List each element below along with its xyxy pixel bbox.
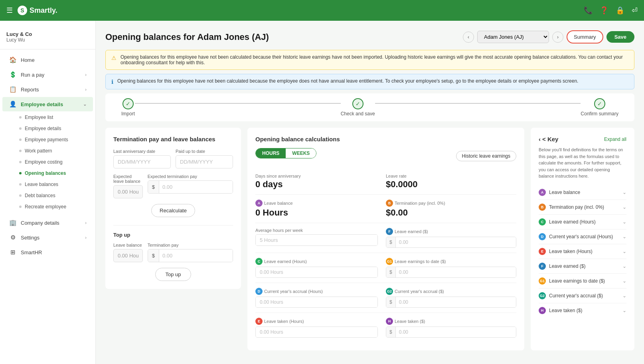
sidebar-item-company-details[interactable]: 🏢 Company details › xyxy=(2,216,93,230)
top-nav: ☰ S Smartly. 📞 ❓ 🔒 ⏎ xyxy=(0,0,644,21)
topup-button[interactable]: Top up xyxy=(155,268,191,281)
sidebar-item-employee-payments[interactable]: Employee payments xyxy=(14,134,95,145)
step-confirm-summary[interactable]: ✓ Confirm summary xyxy=(581,98,618,117)
sidebar-item-home[interactable]: 🏠 Home xyxy=(2,53,93,67)
prev-employee-button[interactable]: ‹ xyxy=(463,32,474,43)
last-anniversary-label: Last anniversary date xyxy=(113,149,171,154)
sidebar-item-recreate-employee[interactable]: Recreate employee xyxy=(14,201,95,212)
dollar-prefix: $ xyxy=(386,237,396,247)
calculations-panel: Opening balance calculations HOURS WEEKS… xyxy=(247,128,524,350)
key-item-c-label: Leave earned (Hours) xyxy=(549,219,596,225)
step-import[interactable]: ✓ Import xyxy=(121,98,135,117)
badge-d: D xyxy=(539,233,546,240)
save-button[interactable]: Save xyxy=(606,31,634,43)
chevron-down-icon[interactable]: ⌄ xyxy=(622,190,626,195)
key-item-a: A Leave balance ⌄ xyxy=(539,185,626,200)
chevron-down-icon[interactable]: ⌄ xyxy=(622,293,626,299)
phone-icon[interactable]: 📞 xyxy=(584,6,593,15)
sidebar-item-opening-balances[interactable]: Opening balances xyxy=(14,168,95,179)
left-panel: Termination pay and leave balances Last … xyxy=(105,128,241,350)
current-year-accrual-dollars-input xyxy=(396,297,516,307)
leave-earned-hours-field xyxy=(255,267,378,278)
sidebar-item-employee-details[interactable]: 👤 Employee details ⌄ xyxy=(2,97,93,111)
historic-leave-earnings-button[interactable]: Historic leave earnings xyxy=(456,151,516,161)
dot-icon xyxy=(19,138,22,141)
leave-taken-hours-cell: E Leave taken (Hours) xyxy=(255,313,386,342)
sidebar-item-employee-costing[interactable]: Employee costing xyxy=(14,156,95,168)
logout-icon[interactable]: ⏎ xyxy=(632,6,638,15)
next-employee-button[interactable]: › xyxy=(552,32,563,43)
key-item-g2-label: Current year's accrual ($) xyxy=(549,293,603,299)
step-check-icon: ✓ xyxy=(594,98,605,109)
employee-select[interactable]: Adam Jones (AJ) xyxy=(477,31,549,43)
key-item-g2: G2 Current year's accrual ($) ⌄ xyxy=(539,289,626,303)
key-item-h-label: Leave taken ($) xyxy=(549,308,582,313)
recalculate-button[interactable]: Recalculate xyxy=(151,204,195,217)
badge-a: A xyxy=(539,189,546,196)
leave-earned-dollars-field: $ xyxy=(386,237,516,248)
sidebar-item-employee-list[interactable]: Employee list xyxy=(14,112,95,123)
reports-icon: 📋 xyxy=(9,86,17,93)
dot-icon xyxy=(19,116,22,119)
content-grid: Termination pay and leave balances Last … xyxy=(105,128,634,350)
sidebar-item-smarthr[interactable]: ⊞ SmartHR xyxy=(2,245,93,259)
sidebar-item-employee-details[interactable]: Employee details xyxy=(14,123,95,134)
warning-alert: ⚠ Opening balances for this employee hav… xyxy=(105,50,634,70)
sidebar-item-label: SmartHR xyxy=(21,249,42,255)
sidebar-item-debt-balances[interactable]: Debt balances xyxy=(14,190,95,201)
step-check-save[interactable]: ✓ Check and save xyxy=(341,98,375,117)
nav-icons: 📞 ❓ 🔒 ⏎ xyxy=(584,6,638,15)
last-anniversary-input[interactable] xyxy=(113,155,171,168)
key-header: ‹ < Key Expand all xyxy=(539,136,626,142)
current-year-accrual-dollars-label: G2 Current year's accrual ($) xyxy=(386,288,516,295)
leave-balance-value: 0 Hours xyxy=(255,208,378,218)
key-item-d-left: D Current year's accrual (Hours) xyxy=(539,233,613,240)
key-item-g1: G1 Leave earnings to date ($) ⌄ xyxy=(539,274,626,289)
key-item-g1-label: Leave earnings to date ($) xyxy=(549,278,605,284)
avg-hours-input[interactable] xyxy=(256,235,377,245)
sidebar-item-label: Home xyxy=(21,57,35,63)
chevron-down-icon[interactable]: ⌄ xyxy=(622,263,626,269)
current-year-accrual-hours-cell: D Current year's accrual (Hours) xyxy=(255,283,386,313)
sidebar-item-leave-balances[interactable]: Leave balances xyxy=(14,179,95,190)
chevron-down-icon[interactable]: ⌄ xyxy=(622,204,626,210)
chevron-down-icon[interactable]: ⌄ xyxy=(622,308,626,313)
sidebar-item-label: Settings xyxy=(21,235,40,241)
help-icon[interactable]: ❓ xyxy=(600,6,608,15)
hamburger-icon[interactable]: ☰ xyxy=(6,6,13,15)
calc-header-row: Opening balance calculations HOURS WEEKS… xyxy=(255,136,516,164)
expected-leave-balance-input xyxy=(113,185,143,198)
key-title[interactable]: ‹ < Key xyxy=(539,136,558,142)
sidebar-item-work-pattern[interactable]: Work pattern xyxy=(14,145,95,156)
paid-up-to-input[interactable] xyxy=(176,155,233,168)
chevron-down-icon[interactable]: ⌄ xyxy=(622,278,626,284)
sidebar-item-settings[interactable]: ⚙ Settings › xyxy=(2,230,93,245)
chevron-down-icon[interactable]: ⌄ xyxy=(622,234,626,239)
badge-g1: G1 xyxy=(386,258,393,265)
lock-icon[interactable]: 🔒 xyxy=(616,6,624,15)
termination-pay-label: B Termination pay (incl. 0%) xyxy=(386,200,516,207)
badge-h: H xyxy=(539,307,546,314)
summary-button[interactable]: Summary xyxy=(567,30,603,44)
key-item-e-label: Leave taken (Hours) xyxy=(549,249,593,254)
expand-all-button[interactable]: Expand all xyxy=(604,136,626,142)
dot-icon xyxy=(19,183,22,186)
avg-hours-label: Average hours per week xyxy=(255,228,378,233)
sidebar-item-reports[interactable]: 📋 Reports › xyxy=(2,82,93,97)
key-item-e: E Leave taken (Hours) ⌄ xyxy=(539,244,626,259)
info-icon: ℹ xyxy=(111,79,113,85)
sidebar-item-run-a-pay[interactable]: 💲 Run a pay › xyxy=(2,67,93,82)
step-label: Check and save xyxy=(341,111,375,117)
dot-active-icon xyxy=(19,172,22,174)
chevron-left-icon: ‹ xyxy=(539,136,541,142)
badge-a: A xyxy=(255,200,263,207)
key-item-b-label: Termination pay (incl. 0%) xyxy=(549,204,604,210)
chevron-down-icon[interactable]: ⌄ xyxy=(622,219,626,225)
step-check-icon: ✓ xyxy=(122,98,134,109)
paid-up-to-label: Paid up to date xyxy=(176,149,233,154)
toggle-weeks-button[interactable]: WEEKS xyxy=(286,148,316,158)
toggle-hours-button[interactable]: HOURS xyxy=(256,148,286,158)
chevron-down-icon[interactable]: ⌄ xyxy=(622,249,626,254)
badge-d: D xyxy=(255,288,263,295)
key-item-f-left: F Leave earned ($) xyxy=(539,263,585,270)
